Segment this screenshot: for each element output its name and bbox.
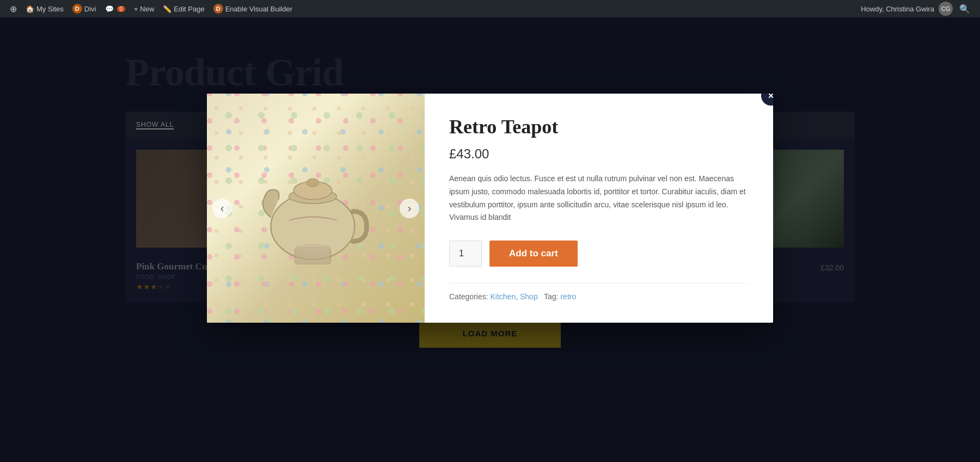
comment-count: 0 (117, 6, 126, 12)
user-greeting: Howdy, Christina Gwira (861, 5, 934, 13)
visual-builder-item[interactable]: D Enable Visual Builder (209, 0, 297, 17)
svg-point-5 (295, 243, 331, 250)
modal-prev-button[interactable]: ‹ (212, 199, 232, 218)
modal-product-image: ‹ › (207, 94, 425, 323)
category-link-kitchen[interactable]: Kitchen (490, 292, 516, 301)
new-item[interactable]: + New (130, 0, 158, 17)
modal-meta: Categories: Kitchen, Shop Tag: retro (449, 292, 749, 301)
category-link-shop[interactable]: Shop (520, 292, 538, 301)
comments-item[interactable]: 💬 0 (101, 0, 130, 17)
divi-item[interactable]: D Divi (68, 0, 101, 17)
search-icon[interactable]: 🔍 (955, 4, 975, 14)
visual-builder-label: Enable Visual Builder (225, 5, 292, 13)
add-to-cart-row: Add to cart (449, 241, 749, 267)
quantity-input[interactable] (449, 241, 482, 267)
modal-overlay[interactable]: × (0, 17, 980, 462)
new-label: + New (134, 5, 154, 13)
admin-bar-right: Howdy, Christina Gwira CG 🔍 (861, 2, 975, 16)
categories-label: Categories: (449, 292, 488, 301)
modal-product-title: Retro Teapot (449, 115, 749, 138)
modal-image-bg (207, 94, 425, 323)
divi-label: Divi (84, 5, 96, 13)
my-sites-label: My Sites (36, 5, 64, 13)
edit-page-label: Edit Page (174, 5, 204, 13)
add-to-cart-button[interactable]: Add to cart (489, 241, 578, 267)
modal-product-price: £43.00 (449, 146, 749, 162)
divi-icon: D (72, 4, 82, 14)
wp-logo-item[interactable]: ⊕ (5, 0, 21, 17)
avatar[interactable]: CG (939, 2, 953, 16)
modal-divider (449, 283, 749, 284)
wordpress-icon: ⊕ (10, 4, 17, 14)
modal-next-button[interactable]: › (400, 199, 419, 218)
edit-icon: ✏️ (163, 5, 171, 13)
svg-point-3 (307, 178, 319, 187)
sites-icon: 🏠 (26, 5, 34, 13)
builder-icon: D (213, 4, 223, 14)
comment-icon: 💬 (105, 5, 114, 13)
modal-product-description: Aenean quis odio lectus. Fusce et est ut… (449, 173, 749, 224)
modal-details: Retro Teapot £43.00 Aenean quis odio lec… (425, 94, 773, 323)
tag-link-retro[interactable]: retro (560, 292, 576, 301)
admin-bar: ⊕ 🏠 My Sites D Divi 💬 0 + New ✏️ Edit Pa… (0, 0, 980, 17)
tag-label: Tag: (544, 292, 558, 301)
edit-page-item[interactable]: ✏️ Edit Page (158, 0, 209, 17)
my-sites-item[interactable]: 🏠 My Sites (21, 0, 68, 17)
teapot-svg (256, 149, 376, 268)
product-modal: × (207, 94, 773, 323)
